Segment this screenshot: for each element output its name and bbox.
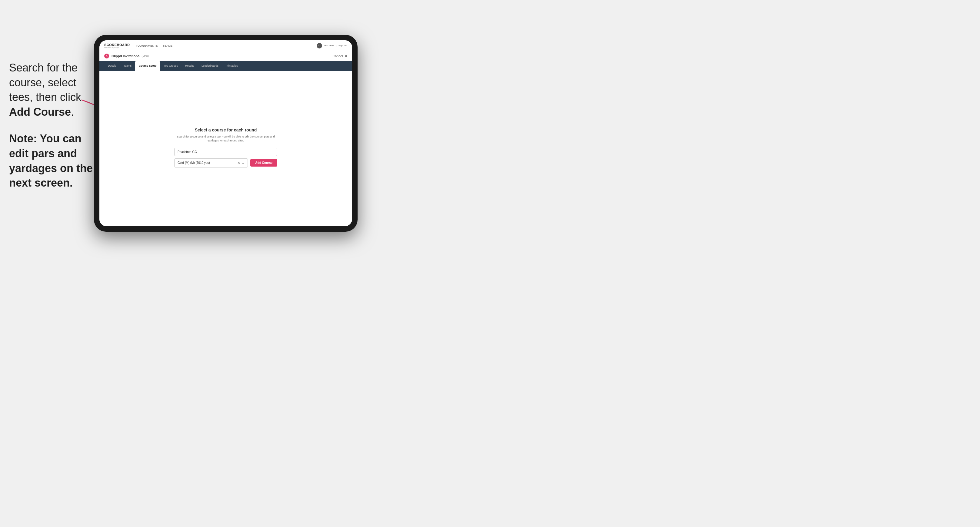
tab-teams[interactable]: Teams — [120, 61, 135, 71]
user-label: Test User — [324, 44, 334, 47]
navbar: SCOREBOARD Powered by clippd TOURNAMENTS… — [99, 40, 352, 51]
card-description: Search for a course and select a tee. Yo… — [174, 135, 277, 143]
main-content: Select a course for each round Search fo… — [99, 71, 352, 226]
brand-sub: Powered by clippd — [104, 47, 130, 48]
tournament-subtitle: (Men) — [142, 54, 149, 57]
tee-select-controls[interactable]: ✕ ⌄ — [237, 161, 245, 165]
tee-select-row: Gold (M) (M) (7010 yds) ✕ ⌄ Add Course — [174, 159, 277, 167]
brand-name: SCOREBOARD — [104, 43, 130, 47]
course-search-input[interactable] — [174, 148, 277, 156]
tab-course-setup[interactable]: Course Setup — [135, 61, 160, 71]
tournament-title: Clippd Invitational — [111, 54, 140, 58]
navbar-right: U Test User | Sign out — [317, 43, 347, 48]
tee-select[interactable]: Gold (M) (M) (7010 yds) ✕ ⌄ — [174, 159, 248, 167]
user-avatar: U — [317, 43, 322, 48]
tab-details[interactable]: Details — [104, 61, 120, 71]
course-setup-card: Select a course for each round Search fo… — [174, 127, 277, 170]
instruction-text-2: Note: You can edit pars and yardages on … — [9, 132, 94, 190]
tablet-screen: SCOREBOARD Powered by clippd TOURNAMENTS… — [99, 40, 352, 226]
tab-bar: Details Teams Course Setup Tee Groups Re… — [99, 61, 352, 71]
tab-results[interactable]: Results — [181, 61, 198, 71]
cancel-button[interactable]: Cancel ✕ — [331, 54, 347, 58]
sign-out-link[interactable]: Sign out — [339, 44, 347, 47]
chevron-down-icon[interactable]: ⌄ — [242, 161, 245, 165]
tournament-header: C Clippd Invitational (Men) Cancel ✕ — [99, 51, 352, 61]
tab-tee-groups[interactable]: Tee Groups — [160, 61, 182, 71]
tab-printables[interactable]: Printables — [222, 61, 242, 71]
nav-separator: | — [336, 44, 337, 47]
tablet-frame: SCOREBOARD Powered by clippd TOURNAMENTS… — [94, 35, 358, 232]
tee-value: Gold (M) (M) (7010 yds) — [178, 161, 210, 165]
tournament-icon: C — [104, 54, 109, 59]
tab-leaderboards[interactable]: Leaderboards — [198, 61, 222, 71]
card-title: Select a course for each round — [195, 127, 257, 132]
instruction-text-1: Search for the course, select tees, then… — [9, 60, 94, 119]
nav-teams[interactable]: TEAMS — [163, 44, 173, 48]
add-course-button[interactable]: Add Course — [250, 159, 277, 167]
clear-icon[interactable]: ✕ — [237, 161, 240, 165]
instruction-panel: Search for the course, select tees, then… — [9, 60, 94, 203]
brand-logo: SCOREBOARD Powered by clippd — [104, 43, 130, 48]
nav-links: TOURNAMENTS TEAMS — [136, 44, 317, 48]
nav-tournaments[interactable]: TOURNAMENTS — [136, 44, 158, 48]
